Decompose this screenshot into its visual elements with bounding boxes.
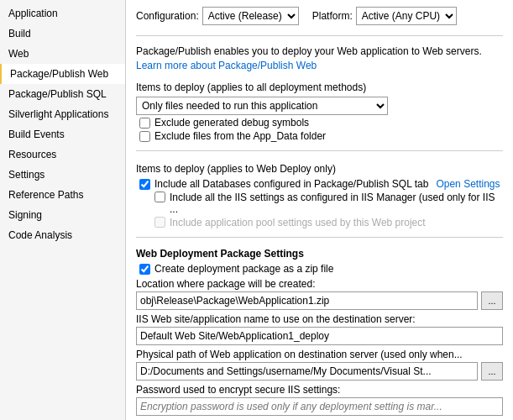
- sidebar-item-signing[interactable]: Signing: [0, 205, 125, 225]
- deploy-all-header: Items to deploy (applies to all deployme…: [136, 81, 503, 93]
- platform-select[interactable]: Active (Any CPU) Any CPU x86 x64: [356, 7, 457, 25]
- location-label: Location where package will be created:: [136, 278, 503, 290]
- sidebar-item-reference-paths[interactable]: Reference Paths: [0, 185, 125, 205]
- include-iis-label: Include all the IIS settings as configur…: [170, 192, 503, 215]
- iis-name-label: IIS Web site/application name to use on …: [136, 313, 503, 325]
- platform-label: Platform:: [312, 10, 353, 22]
- sidebar-item-build[interactable]: Build: [0, 24, 125, 44]
- deploy-all-select[interactable]: Only files needed to run this applicatio…: [136, 97, 388, 115]
- location-browse-button[interactable]: ...: [481, 291, 503, 310]
- include-pool-checkbox[interactable]: [154, 217, 165, 228]
- iis-name-input[interactable]: [136, 327, 503, 345]
- exclude-debug-checkbox[interactable]: [139, 118, 150, 129]
- iis-name-row: [136, 327, 503, 345]
- configuration-select[interactable]: Active (Release) Debug Release: [202, 7, 299, 25]
- location-row: ...: [136, 291, 503, 310]
- exclude-app-data-checkbox[interactable]: [139, 131, 150, 142]
- include-databases-checkbox[interactable]: [139, 179, 150, 190]
- create-zip-checkbox[interactable]: [139, 264, 150, 275]
- sidebar-item-build-events[interactable]: Build Events: [0, 124, 125, 144]
- sidebar: Application Build Web Package/Publish We…: [0, 0, 126, 420]
- exclude-debug-label: Exclude generated debug symbols: [154, 117, 309, 129]
- top-bar: Configuration: Active (Release) Debug Re…: [136, 7, 503, 25]
- deploy-all-section: Items to deploy (applies to all deployme…: [136, 78, 503, 144]
- exclude-app-data-row: Exclude files from the App_Data folder: [139, 130, 503, 142]
- exclude-debug-row: Exclude generated debug symbols: [139, 117, 503, 129]
- include-databases-label: Include all Databases configured in Pack…: [154, 178, 428, 190]
- physical-path-label: Physical path of Web application on dest…: [136, 349, 503, 360]
- location-input[interactable]: [136, 291, 478, 310]
- learn-more-link[interactable]: Learn more about Package/Publish Web: [136, 60, 317, 71]
- include-pool-row: Include application pool settings used b…: [154, 217, 503, 228]
- password-label: Password used to encrypt secure IIS sett…: [136, 384, 503, 396]
- platform-group: Platform: Active (Any CPU) Any CPU x86 x…: [312, 7, 457, 25]
- web-deployment-package-header: Web Deployment Package Settings: [136, 248, 503, 260]
- description-block: Package/Publish enables you to deploy yo…: [136, 45, 503, 73]
- mid-divider: [136, 150, 503, 151]
- include-iis-checkbox[interactable]: [154, 192, 165, 202]
- main-content: Configuration: Active (Release) Debug Re…: [126, 0, 513, 420]
- include-databases-row: Include all Databases configured in Pack…: [139, 178, 503, 190]
- include-pool-label: Include application pool settings used b…: [170, 217, 426, 228]
- password-row: [136, 397, 503, 416]
- configuration-label: Configuration:: [136, 10, 199, 22]
- sidebar-item-silverlight-applications[interactable]: Silverlight Applications: [0, 104, 125, 124]
- sidebar-item-settings[interactable]: Settings: [0, 165, 125, 185]
- deploy-web-section: Items to deploy (applies to Web Deploy o…: [136, 160, 503, 230]
- physical-path-input[interactable]: [136, 362, 478, 381]
- description-text: Package/Publish enables you to deploy yo…: [136, 45, 482, 57]
- lower-divider: [136, 237, 503, 238]
- create-zip-label: Create deployment package as a zip file: [154, 263, 333, 275]
- password-input[interactable]: [136, 397, 503, 416]
- configuration-group: Configuration: Active (Release) Debug Re…: [136, 7, 299, 25]
- create-zip-row: Create deployment package as a zip file: [139, 263, 503, 275]
- top-divider: [136, 35, 503, 36]
- physical-path-browse-button[interactable]: ...: [481, 362, 503, 381]
- sidebar-item-resources[interactable]: Resources: [0, 144, 125, 165]
- open-settings-link[interactable]: Open Settings: [436, 178, 500, 190]
- web-deployment-package-section: Web Deployment Package Settings Create d…: [136, 248, 503, 416]
- sidebar-item-package-publish-sql[interactable]: Package/Publish SQL: [0, 84, 125, 104]
- exclude-app-data-label: Exclude files from the App_Data folder: [154, 130, 326, 142]
- sidebar-item-web[interactable]: Web: [0, 44, 125, 64]
- physical-path-row: ...: [136, 362, 503, 381]
- deploy-web-header: Items to deploy (applies to Web Deploy o…: [136, 163, 503, 175]
- sidebar-item-code-analysis[interactable]: Code Analysis: [0, 225, 125, 245]
- deploy-dropdown-row: Only files needed to run this applicatio…: [136, 97, 503, 115]
- include-iis-row: Include all the IIS settings as configur…: [154, 192, 503, 215]
- sidebar-item-application[interactable]: Application: [0, 3, 125, 24]
- sidebar-item-package-publish-web[interactable]: Package/Publish Web: [0, 64, 125, 84]
